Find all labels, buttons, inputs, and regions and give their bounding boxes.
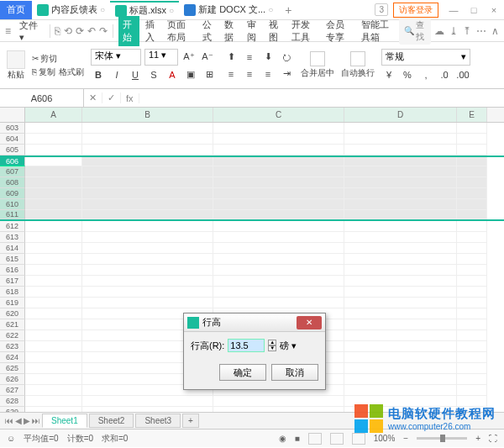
cell[interactable]	[344, 265, 457, 276]
row-616[interactable]: 616	[0, 265, 504, 276]
cell[interactable]	[25, 157, 82, 166]
cell[interactable]	[82, 232, 213, 243]
cell[interactable]	[344, 177, 457, 188]
upload-icon[interactable]: ⤒	[463, 25, 471, 37]
cell[interactable]	[457, 298, 487, 308]
cell[interactable]	[25, 221, 82, 232]
break-view-icon[interactable]	[352, 433, 365, 445]
fill-color-button[interactable]: ▣	[183, 67, 198, 82]
cell[interactable]	[457, 308, 487, 319]
cell[interactable]	[25, 287, 82, 298]
ribbon-tab-vip[interactable]: 会员专享	[322, 16, 354, 46]
file-menu[interactable]: 文件 ▾	[14, 18, 44, 45]
zoom-in-icon[interactable]: +	[475, 434, 480, 443]
row-header[interactable]: 611	[0, 210, 25, 219]
row-header[interactable]: 605	[0, 145, 25, 155]
align-top-icon[interactable]: ⬆	[223, 50, 239, 65]
eye-icon[interactable]: ◉	[279, 434, 286, 443]
row-header[interactable]: 609	[0, 188, 25, 199]
font-size-select[interactable]: 11 ▾	[144, 49, 178, 66]
percent-icon[interactable]: %	[400, 67, 415, 82]
font-color-button[interactable]: A	[165, 67, 180, 82]
row-header[interactable]: 614	[0, 243, 25, 254]
cell[interactable]	[25, 330, 82, 341]
cell[interactable]	[344, 157, 457, 166]
normal-view-icon[interactable]	[308, 433, 322, 445]
name-box[interactable]: A606	[0, 89, 84, 107]
cell[interactable]	[25, 145, 82, 155]
cell[interactable]	[82, 188, 213, 199]
ribbon-tab-dev[interactable]: 开发工具	[287, 16, 320, 46]
cell[interactable]	[457, 210, 487, 219]
cell[interactable]	[457, 385, 487, 396]
cell[interactable]	[82, 407, 213, 412]
cell[interactable]	[213, 221, 344, 232]
cell[interactable]	[457, 374, 487, 385]
align-center-icon[interactable]: ≡	[242, 66, 257, 82]
dec-dec-icon[interactable]: .00	[455, 67, 470, 82]
page-view-icon[interactable]	[330, 433, 344, 445]
row-header[interactable]: 629	[0, 407, 25, 412]
row-header[interactable]: 603	[0, 123, 25, 134]
paste-button[interactable]: 粘贴	[7, 50, 25, 81]
tab-nav-last-icon[interactable]: ⏭	[32, 416, 40, 425]
cell[interactable]	[25, 199, 82, 210]
sheet-tab-2[interactable]: Sheet2	[89, 414, 134, 428]
bold-button[interactable]: B	[91, 67, 106, 82]
cell[interactable]	[213, 188, 344, 199]
cell[interactable]	[213, 407, 344, 412]
confirm-formula-icon[interactable]: ✓	[102, 92, 121, 103]
cell[interactable]	[82, 221, 213, 232]
row-header[interactable]: 624	[0, 352, 25, 363]
zoom-level[interactable]: 100%	[374, 434, 396, 443]
search-box[interactable]: 🔍 查找	[399, 18, 431, 45]
row-618[interactable]: 618	[0, 287, 504, 298]
row-header[interactable]: 608	[0, 177, 25, 188]
more-icon[interactable]: ⋯	[476, 25, 486, 37]
cell[interactable]	[457, 352, 487, 363]
cell[interactable]	[25, 308, 82, 319]
align-middle-icon[interactable]: ≡	[242, 50, 257, 65]
cell[interactable]	[25, 243, 82, 254]
status-icon[interactable]: ☺	[7, 434, 15, 443]
cell[interactable]	[344, 298, 457, 308]
cell[interactable]	[25, 352, 82, 363]
ribbon-tab-start[interactable]: 开始	[118, 16, 139, 46]
cell[interactable]	[213, 134, 344, 145]
cell[interactable]	[213, 396, 344, 407]
close-icon[interactable]: ○	[100, 5, 105, 14]
currency-icon[interactable]: ¥	[381, 67, 396, 82]
cell[interactable]	[344, 341, 457, 352]
align-left-icon[interactable]: ≡	[223, 66, 239, 82]
close-icon[interactable]: ○	[268, 5, 273, 14]
underline-button[interactable]: U	[128, 67, 143, 82]
cell[interactable]	[457, 319, 487, 330]
cell[interactable]	[82, 254, 213, 265]
row-619[interactable]: 619	[0, 298, 504, 308]
cloud-icon[interactable]: ☁	[434, 25, 444, 37]
cell[interactable]	[213, 177, 344, 188]
tab-nav-prev-icon[interactable]: ◀	[15, 416, 22, 425]
row-header[interactable]: 612	[0, 221, 25, 232]
notification-badge[interactable]: 3	[375, 3, 388, 16]
col-header-a[interactable]: A	[25, 108, 82, 122]
cell[interactable]	[344, 276, 457, 287]
cell[interactable]	[25, 166, 82, 177]
row-615[interactable]: 615	[0, 254, 504, 265]
row-header[interactable]: 606	[0, 157, 25, 166]
cell[interactable]	[213, 287, 344, 298]
save-icon[interactable]: ⎘	[55, 25, 60, 37]
cancel-button[interactable]: 取消	[271, 364, 318, 381]
cell[interactable]	[82, 123, 213, 134]
login-button[interactable]: 访客登录	[393, 3, 438, 18]
cell[interactable]	[344, 308, 457, 319]
cell[interactable]	[344, 243, 457, 254]
preview-icon[interactable]: ⟳	[76, 25, 84, 37]
cell[interactable]	[457, 341, 487, 352]
window-close-button[interactable]: ×	[484, 5, 504, 15]
cell[interactable]	[25, 407, 82, 412]
select-all-corner[interactable]	[0, 108, 25, 122]
row-header[interactable]: 625	[0, 363, 25, 374]
cell[interactable]	[213, 265, 344, 276]
cell[interactable]	[25, 232, 82, 243]
